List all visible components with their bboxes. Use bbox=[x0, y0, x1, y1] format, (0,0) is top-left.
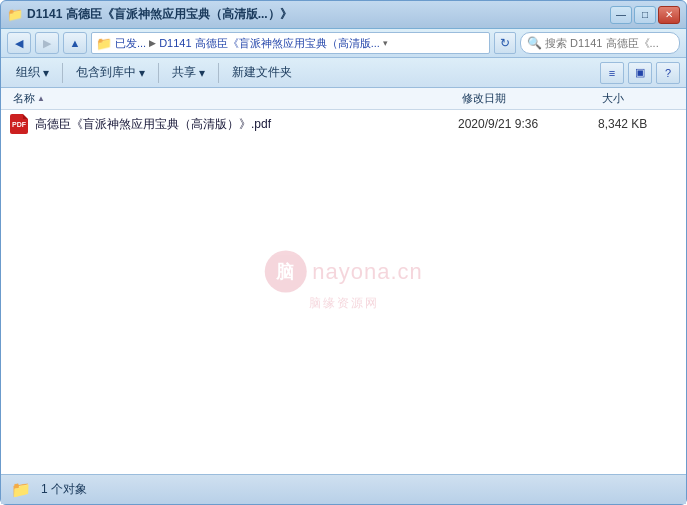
back-button[interactable]: ◀ bbox=[7, 32, 31, 54]
forward-button[interactable]: ▶ bbox=[35, 32, 59, 54]
watermark-main: 脑 nayona.cn bbox=[264, 251, 423, 293]
file-icon: PDF bbox=[9, 114, 29, 134]
toolbar-divider-2 bbox=[158, 63, 159, 83]
col-name-header[interactable]: 名称 ▲ bbox=[9, 91, 458, 106]
breadcrumb-bar[interactable]: 📁 已发... ▶ D1141 高德臣《盲派神煞应用宝典（高清版... ▾ bbox=[91, 32, 490, 54]
view-toggle-button[interactable]: ≡ bbox=[600, 62, 624, 84]
breadcrumb-arrow: ▶ bbox=[149, 38, 156, 48]
toolbar-right: ≡ ▣ ? bbox=[600, 62, 680, 84]
refresh-button[interactable]: ↻ bbox=[494, 32, 516, 54]
window-icon: 📁 bbox=[7, 7, 23, 22]
breadcrumb-full: D1141 高德臣《盲派神煞应用宝典（高清版... bbox=[159, 36, 380, 51]
file-name: 高德臣《盲派神煞应用宝典（高清版）》.pdf bbox=[35, 116, 458, 133]
file-size: 8,342 KB bbox=[598, 117, 678, 131]
include-library-arrow: ▾ bbox=[139, 66, 145, 80]
file-list-area[interactable]: 名称 ▲ 修改日期 大小 PDF 高德臣《盲派神煞应用宝典（高清版）》.pdf … bbox=[1, 88, 686, 474]
status-folder-icon: 📁 bbox=[11, 480, 31, 499]
search-bar[interactable]: 🔍 bbox=[520, 32, 680, 54]
share-arrow: ▾ bbox=[199, 66, 205, 80]
maximize-button[interactable]: □ bbox=[634, 6, 656, 24]
include-library-button[interactable]: 包含到库中 ▾ bbox=[67, 61, 154, 85]
status-bar: 📁 1 个对象 bbox=[1, 474, 686, 504]
status-count: 1 个对象 bbox=[41, 481, 87, 498]
col-date-label: 修改日期 bbox=[462, 92, 506, 104]
organize-arrow: ▾ bbox=[43, 66, 49, 80]
watermark: 脑 nayona.cn 脑缘资源网 bbox=[264, 251, 423, 312]
share-button[interactable]: 共享 ▾ bbox=[163, 61, 214, 85]
minimize-button[interactable]: — bbox=[610, 6, 632, 24]
search-icon: 🔍 bbox=[527, 36, 542, 50]
close-button[interactable]: ✕ bbox=[658, 6, 680, 24]
title-bar: 📁 D1141 高德臣《盲派神煞应用宝典（高清版...）》 — □ ✕ bbox=[1, 1, 686, 29]
col-date-header[interactable]: 修改日期 bbox=[458, 91, 598, 106]
new-folder-button[interactable]: 新建文件夹 bbox=[223, 61, 301, 85]
watermark-logo: 脑 bbox=[264, 251, 306, 293]
file-date: 2020/9/21 9:36 bbox=[458, 117, 598, 131]
toolbar: 组织 ▾ 包含到库中 ▾ 共享 ▾ 新建文件夹 ≡ ▣ ? bbox=[1, 58, 686, 88]
col-size-label: 大小 bbox=[602, 92, 624, 104]
address-bar: ◀ ▶ ▲ 📁 已发... ▶ D1141 高德臣《盲派神煞应用宝典（高清版..… bbox=[1, 29, 686, 58]
window-title: D1141 高德臣《盲派神煞应用宝典（高清版...）》 bbox=[27, 6, 292, 23]
title-bar-left: 📁 D1141 高德臣《盲派神煞应用宝典（高清版...）》 bbox=[7, 6, 292, 23]
toolbar-divider-1 bbox=[62, 63, 63, 83]
organize-button[interactable]: 组织 ▾ bbox=[7, 61, 58, 85]
title-controls: — □ ✕ bbox=[610, 6, 680, 24]
watermark-subtitle: 脑缘资源网 bbox=[309, 295, 379, 312]
pdf-icon: PDF bbox=[10, 114, 28, 134]
breadcrumb-short: 已发... bbox=[115, 36, 146, 51]
help-button[interactable]: ? bbox=[656, 62, 680, 84]
toolbar-divider-3 bbox=[218, 63, 219, 83]
new-folder-label: 新建文件夹 bbox=[232, 64, 292, 81]
pane-toggle-button[interactable]: ▣ bbox=[628, 62, 652, 84]
breadcrumb-dropdown-arrow[interactable]: ▾ bbox=[383, 38, 388, 48]
up-button[interactable]: ▲ bbox=[63, 32, 87, 54]
col-size-header[interactable]: 大小 bbox=[598, 91, 678, 106]
explorer-window: 📁 D1141 高德臣《盲派神煞应用宝典（高清版...）》 — □ ✕ ◀ ▶ … bbox=[0, 0, 687, 505]
include-library-label: 包含到库中 bbox=[76, 64, 136, 81]
main-area: 名称 ▲ 修改日期 大小 PDF 高德臣《盲派神煞应用宝典（高清版）》.pdf … bbox=[1, 88, 686, 474]
watermark-domain: nayona.cn bbox=[312, 259, 423, 285]
organize-label: 组织 bbox=[16, 64, 40, 81]
breadcrumb-folder-icon: 📁 bbox=[96, 36, 112, 51]
table-row[interactable]: PDF 高德臣《盲派神煞应用宝典（高清版）》.pdf 2020/9/21 9:3… bbox=[1, 110, 686, 138]
watermark-logo-text: 脑 bbox=[276, 260, 294, 284]
sort-arrow: ▲ bbox=[37, 94, 45, 103]
column-headers: 名称 ▲ 修改日期 大小 bbox=[1, 88, 686, 110]
col-name-label: 名称 bbox=[13, 91, 35, 106]
share-label: 共享 bbox=[172, 64, 196, 81]
search-input[interactable] bbox=[545, 37, 665, 49]
